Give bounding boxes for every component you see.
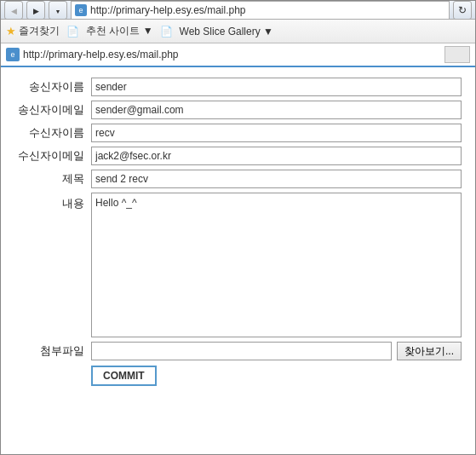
- go-box: [444, 46, 470, 63]
- receiver-name-input[interactable]: [91, 124, 462, 142]
- subject-row: 제목: [14, 170, 462, 188]
- page-icon-small: 📄: [66, 26, 79, 37]
- webslice-bookmark[interactable]: Web Slice Gallery ▼: [180, 26, 273, 37]
- submit-button[interactable]: COMMIT: [91, 366, 157, 386]
- subject-label: 제목: [14, 171, 91, 187]
- favorites-bookmark[interactable]: ★ 즐겨찾기: [6, 24, 60, 38]
- page-address-bar: e http://primary-help.esy.es/mail.php: [1, 43, 475, 67]
- dropdown-button[interactable]: [49, 1, 67, 20]
- body-label: 내용: [14, 193, 91, 211]
- recommended-label: 추천 사이트 ▼: [86, 24, 153, 38]
- forward-button[interactable]: [26, 1, 45, 20]
- dropdown-icon: [55, 5, 61, 15]
- receiver-name-row: 수신자이름: [14, 124, 462, 142]
- attachment-label: 첨부파일: [14, 343, 91, 359]
- favorites-label: 즐겨찾기: [19, 24, 60, 38]
- body-row: 내용 Hello ^_^: [14, 193, 462, 337]
- submit-row: COMMIT: [91, 366, 462, 386]
- recommended-bookmark[interactable]: 추천 사이트 ▼: [86, 24, 153, 38]
- page-icon: e: [75, 4, 87, 16]
- receiver-name-label: 수신자이름: [14, 125, 91, 141]
- address-url: http://primary-help.esy.es/mail.php: [23, 49, 444, 60]
- page-icon-small2: 📄: [160, 26, 173, 37]
- attachment-input[interactable]: [91, 342, 392, 360]
- address-page-icon: e: [6, 48, 20, 61]
- title-url: http://primary-help.esy.es/mail.php: [90, 4, 246, 16]
- browse-button[interactable]: 찾아보기...: [397, 342, 462, 360]
- receiver-email-row: 수신자이메일: [14, 147, 462, 165]
- bookmarks-bar: ★ 즐겨찾기 📄 추천 사이트 ▼ 📄 Web Slice Gallery ▼: [1, 20, 475, 43]
- forward-icon: [33, 5, 39, 15]
- back-icon: [11, 5, 17, 15]
- sender-email-input[interactable]: [91, 101, 462, 119]
- refresh-icon: [458, 4, 467, 16]
- receiver-email-label: 수신자이메일: [14, 148, 91, 164]
- page-content: 송신자이름 송신자이메일 수신자이름 수신자이메일 제목: [1, 67, 475, 454]
- sender-name-row: 송신자이름: [14, 78, 462, 96]
- mail-form: 송신자이름 송신자이메일 수신자이름 수신자이메일 제목: [14, 78, 462, 386]
- receiver-email-input[interactable]: [91, 147, 462, 165]
- sender-email-row: 송신자이메일: [14, 101, 462, 119]
- sender-email-label: 송신자이메일: [14, 102, 91, 118]
- sender-name-label: 송신자이름: [14, 79, 91, 95]
- body-textarea[interactable]: Hello ^_^: [91, 193, 462, 337]
- subject-input[interactable]: [91, 170, 462, 188]
- title-address-bar: e http://primary-help.esy.es/mail.php: [71, 1, 450, 20]
- browser-window: e http://primary-help.esy.es/mail.php ★ …: [0, 0, 476, 455]
- webslice-label: Web Slice Gallery ▼: [180, 26, 273, 37]
- refresh-button[interactable]: [453, 1, 472, 20]
- sender-name-input[interactable]: [91, 78, 462, 96]
- attachment-row: 첨부파일 찾아보기...: [14, 342, 462, 360]
- back-button[interactable]: [4, 1, 23, 20]
- star-icon: ★: [6, 25, 16, 37]
- title-bar: e http://primary-help.esy.es/mail.php: [1, 1, 475, 20]
